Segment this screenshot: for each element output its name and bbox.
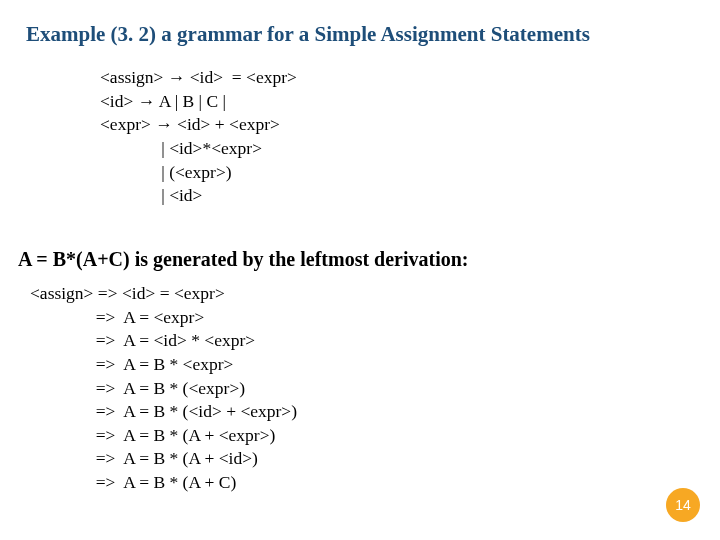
derivation-block: <assign> => <id> = <expr> => A = <expr> … <box>30 282 297 495</box>
grammar-block: <assign> → <id> = <expr> <id> → A | B | … <box>100 66 297 208</box>
derivation-caption: A = B*(A+C) is generated by the leftmost… <box>18 248 469 271</box>
page-number-badge: 14 <box>666 488 700 522</box>
slide-title: Example (3. 2) a grammar for a Simple As… <box>26 22 590 47</box>
slide: Example (3. 2) a grammar for a Simple As… <box>0 0 720 540</box>
